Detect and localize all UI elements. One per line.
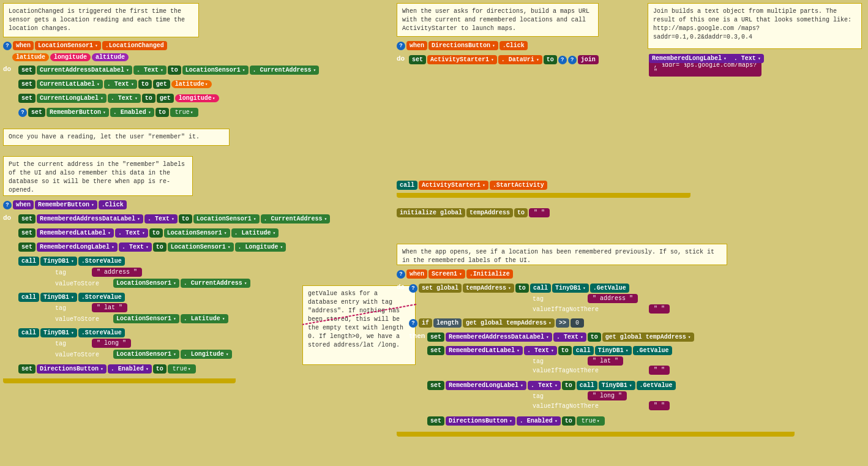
- set-dir-enabled-row[interactable]: set DirectionsButton▾ . Enabled▾ to true…: [18, 364, 196, 374]
- set-current-address-row[interactable]: set CurrentAddressDataLabel▾ . Text▾ to …: [18, 66, 319, 75]
- loc-sensor-3[interactable]: LocationSensor1▾: [164, 228, 230, 238]
- set-rem-lat-then[interactable]: set RememberedLatLabel▾ . Text▾ to call …: [427, 346, 672, 355]
- activity-starter-2[interactable]: ActivityStarter1▾: [419, 181, 488, 190]
- get-value-1[interactable]: .GetValue: [590, 284, 629, 293]
- help-badge-4[interactable]: ?: [397, 42, 405, 50]
- text-prop-1[interactable]: . Text▾: [133, 66, 166, 75]
- get-global-temp-1[interactable]: get global tempAddress▾: [463, 318, 555, 328]
- temp-address-var[interactable]: tempAddress: [466, 208, 513, 217]
- call-start-activity[interactable]: call ActivityStarter1▾ .StartActivity: [397, 181, 547, 190]
- location-changed-event[interactable]: ? when LocationSensor1▾ .LocationChanged: [3, 41, 167, 50]
- rem-long-label-2[interactable]: RememberedLongLabel▾: [446, 381, 526, 390]
- lat-prop[interactable]: . Latitude▾: [181, 314, 228, 323]
- enabled-prop-3[interactable]: . Enabled▾: [517, 416, 561, 426]
- text-prop-7[interactable]: . Text▾: [553, 333, 586, 342]
- tinydb-1[interactable]: TinyDB1▾: [40, 257, 77, 266]
- set-rem-addr-row[interactable]: set RememberedAddressDataLabel▾ . Text▾ …: [18, 214, 330, 224]
- init-event[interactable]: .Initialize: [466, 269, 513, 279]
- screen-init-event[interactable]: ? when Screen1▾ .Initialize: [397, 269, 513, 279]
- value-lat-row[interactable]: LocationSensor1▾ . Latitude▾: [113, 314, 228, 323]
- set-rem-addr-then[interactable]: set RememberedAddressDataLabel▾ . Text▾ …: [427, 333, 694, 342]
- length-fn[interactable]: length: [433, 318, 462, 328]
- text-prop-9[interactable]: . Text▾: [528, 381, 561, 390]
- set-remember-enabled-row[interactable]: ? set RememberButton▾ . Enabled▾ to true…: [18, 108, 198, 117]
- loc-sensor-5[interactable]: LocationSensor1▾: [113, 279, 179, 288]
- curr-addr-prop-2[interactable]: . CurrentAddress▾: [261, 214, 331, 224]
- click-event-2[interactable]: .Click: [499, 41, 528, 50]
- text-prop-j4[interactable]: . Text▾: [731, 54, 764, 63]
- value-address-row[interactable]: LocationSensor1▾ . CurrentAddress▾: [113, 279, 250, 288]
- help-badge-5[interactable]: ?: [558, 56, 567, 64]
- value-long-row[interactable]: LocationSensor1▾ . Longitude▾: [113, 350, 232, 359]
- set-rem-lat-row[interactable]: set RememberedLatLabel▾ . Text▾ to Locat…: [18, 228, 279, 238]
- long-prop[interactable]: . Longitude▾: [181, 350, 232, 359]
- set-activity-uri-row[interactable]: set ActivityStarter1▾ . DataUri▾ to ? ? …: [409, 55, 599, 64]
- enabled-prop-1[interactable]: . Enabled▾: [110, 108, 154, 117]
- dir-button-event[interactable]: DirectionsButton▾: [428, 41, 498, 50]
- store-value-3[interactable]: .StoreValue: [78, 328, 125, 337]
- temp-addr-var-2[interactable]: tempAddress▾: [463, 284, 514, 293]
- remember-button-1[interactable]: RememberButton▾: [47, 108, 109, 117]
- location-sensor-block[interactable]: LocationSensor1▾: [35, 41, 101, 50]
- tinydb-5[interactable]: TinyDB1▾: [595, 346, 632, 355]
- loc-sensor-1[interactable]: LocationSensor1▾: [182, 66, 249, 75]
- text-prop-3[interactable]: . Text▾: [108, 94, 141, 103]
- tinydb-4[interactable]: TinyDB1▾: [552, 284, 589, 293]
- curr-addr-3[interactable]: . CurrentAddress▾: [181, 279, 250, 288]
- tinydb-3[interactable]: TinyDB1▾: [40, 328, 77, 337]
- start-activity[interactable]: .StartActivity: [490, 181, 547, 190]
- activity-starter-1[interactable]: ActivityStarter1▾: [427, 55, 497, 64]
- rem-addr-label[interactable]: RememberedAddressDataLabel▾: [37, 214, 143, 224]
- text-prop-2[interactable]: . Text▾: [104, 80, 137, 89]
- enabled-prop-2[interactable]: . Enabled▾: [108, 364, 152, 374]
- data-uri-prop[interactable]: . DataUri▾: [498, 55, 542, 64]
- set-dir-enabled-then[interactable]: set DirectionsButton▾ . Enabled▾ to true…: [427, 416, 605, 426]
- store-value-1[interactable]: .StoreValue: [78, 257, 125, 266]
- latitude-pill[interactable]: latitude▾: [171, 80, 212, 88]
- longitude-pill[interactable]: longitude▾: [175, 94, 219, 102]
- help-badge-3[interactable]: ?: [3, 201, 12, 209]
- rem-lat-label[interactable]: RememberedLatLabel▾: [37, 228, 114, 238]
- rem-lat-label-2[interactable]: RememberedLatLabel▾: [446, 346, 523, 355]
- rem-long-label-j[interactable]: RememberedLongLabel▾: [649, 54, 730, 63]
- help-badge-1[interactable]: ?: [3, 42, 12, 50]
- store-value-2[interactable]: .StoreValue: [78, 293, 125, 302]
- get-value-2[interactable]: .GetValue: [633, 346, 672, 355]
- call-store-address[interactable]: call TinyDB1▾ .StoreValue: [18, 257, 125, 266]
- get-value-3[interactable]: .GetValue: [637, 381, 676, 390]
- text-prop-4[interactable]: . Text▾: [144, 214, 178, 224]
- call-store-lat[interactable]: call TinyDB1▾ .StoreValue: [18, 293, 125, 302]
- rem-long-label[interactable]: RememberedLongLabel▾: [37, 242, 118, 252]
- screen1-block[interactable]: Screen1▾: [428, 269, 465, 279]
- directions-click-event[interactable]: ? when DirectionsButton▾ .Click: [397, 41, 528, 50]
- tinydb-2[interactable]: TinyDB1▾: [40, 293, 77, 302]
- loc-sensor-4[interactable]: LocationSensor1▾: [168, 242, 234, 252]
- current-address-label[interactable]: CurrentAddressDataLabel▾: [37, 66, 132, 75]
- loc-sensor-2[interactable]: LocationSensor1▾: [193, 214, 260, 224]
- join-rem-long[interactable]: RememberedLongLabel▾ . Text▾: [649, 54, 764, 63]
- current-address-prop[interactable]: . CurrentAddress▾: [250, 66, 320, 75]
- location-changed-block[interactable]: .LocationChanged: [102, 41, 167, 50]
- set-rem-long-then[interactable]: set RememberedLongLabel▾ . Text▾ to call…: [427, 381, 676, 390]
- set-long-row[interactable]: set CurrentLongLabel▾ . Text▾ to get lon…: [18, 94, 219, 103]
- current-long-label[interactable]: CurrentLongLabel▾: [37, 94, 107, 103]
- help-badge-6[interactable]: ?: [568, 56, 577, 64]
- tinydb-6[interactable]: TinyDB1▾: [599, 381, 635, 390]
- set-rem-long-row[interactable]: set RememberedLongLabel▾ . Text▾ to Loca…: [18, 242, 286, 252]
- text-prop-6[interactable]: . Text▾: [119, 242, 152, 252]
- set-global-temp-row[interactable]: ? set global tempAddress▾ to call TinyDB…: [409, 284, 629, 293]
- call-store-long[interactable]: call TinyDB1▾ .StoreValue: [18, 328, 125, 337]
- loc-sensor-7[interactable]: LocationSensor1▾: [113, 350, 179, 359]
- dir-button[interactable]: DirectionsButton▾: [37, 364, 107, 374]
- help-badge-8[interactable]: ?: [409, 284, 417, 293]
- loc-sensor-6[interactable]: LocationSensor1▾: [113, 314, 179, 323]
- dir-button-2[interactable]: DirectionsButton▾: [446, 416, 515, 426]
- latitude-prop[interactable]: . Latitude▾: [231, 228, 279, 238]
- help-badge-7[interactable]: ?: [397, 270, 405, 279]
- set-lat-row[interactable]: set CurrentLatLabel▾ . Text▾ to get lati…: [18, 80, 212, 89]
- help-badge-9[interactable]: ?: [409, 319, 417, 328]
- init-global-row[interactable]: initialize global tempAddress to " ": [397, 208, 550, 217]
- rem-addr-label-2[interactable]: RememberedAddressDataLabel▾: [446, 333, 552, 342]
- click-event[interactable]: .Click: [99, 200, 127, 209]
- remember-button-event[interactable]: RememberButton▾: [35, 200, 97, 209]
